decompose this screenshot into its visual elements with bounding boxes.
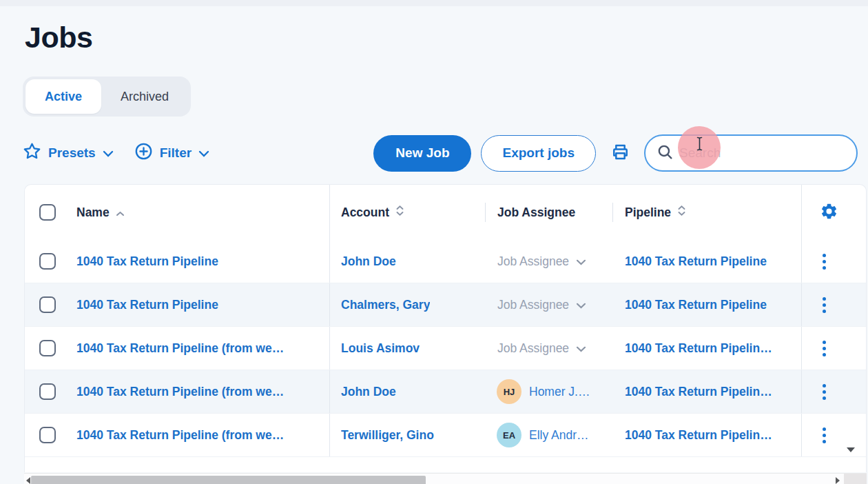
export-jobs-button[interactable]: Export jobs [481, 135, 596, 172]
table-row: 1040 Tax Return Pipeline John Doe Job As… [25, 240, 866, 283]
sort-both-icon [677, 205, 686, 220]
row-menu-button[interactable] [820, 338, 829, 359]
column-header-name[interactable]: Name [76, 205, 125, 220]
scrollbar-corner [844, 474, 867, 484]
assignee-dropdown[interactable]: Job Assignee [497, 254, 586, 269]
presets-button[interactable]: Presets [23, 142, 114, 164]
pipeline-link[interactable]: 1040 Tax Return Pipelin… [625, 341, 772, 356]
job-name-link[interactable]: 1040 Tax Return Pipeline [76, 298, 218, 312]
job-name-link[interactable]: 1040 Tax Return Pipeline (from we… [76, 341, 284, 356]
print-button[interactable] [611, 143, 630, 163]
account-link[interactable]: Chalmers, Gary [341, 298, 430, 312]
assignee-dropdown[interactable]: Job Assignee [497, 298, 586, 312]
star-icon [23, 142, 41, 164]
assignee-dropdown[interactable]: Job Assignee [497, 341, 586, 356]
scroll-down-button[interactable] [847, 447, 855, 452]
account-link[interactable]: John Doe [341, 385, 396, 399]
tab-archived[interactable]: Archived [101, 79, 188, 114]
window-top-strip [0, 0, 868, 6]
job-name-link[interactable]: 1040 Tax Return Pipeline [76, 254, 218, 269]
table-row: 1040 Tax Return Pipeline (from we… John … [25, 370, 866, 414]
table-row: 1040 Tax Return Pipeline (from we… Louis… [25, 327, 866, 370]
column-header-pipeline[interactable]: Pipeline [625, 205, 686, 220]
avatar: HJ [497, 379, 521, 404]
horizontal-scrollbar[interactable] [24, 473, 867, 484]
pipeline-link[interactable]: 1040 Tax Return Pipeline [625, 254, 767, 269]
row-checkbox[interactable] [39, 340, 56, 356]
row-checkbox[interactable] [39, 427, 56, 443]
plus-circle-icon [134, 142, 153, 164]
pipeline-link[interactable]: 1040 Tax Return Pipeline [625, 298, 767, 312]
scrollbar-thumb[interactable] [31, 476, 426, 484]
printer-icon [611, 143, 630, 163]
chevron-down-icon [576, 254, 586, 269]
column-header-account[interactable]: Account [341, 205, 404, 220]
job-name-link[interactable]: 1040 Tax Return Pipeline (from we… [76, 385, 284, 399]
new-job-button[interactable]: New Job [373, 135, 471, 172]
account-link[interactable]: Terwilliger, Gino [341, 428, 434, 443]
chevron-down-icon [103, 145, 114, 161]
sort-both-icon [395, 205, 404, 220]
column-header-job-assignee: Job Assignee [497, 205, 575, 220]
search-input[interactable] [679, 145, 848, 161]
table-header-row: Name Account Job Assignee Pipeline [25, 185, 866, 240]
table-row: 1040 Tax Return Pipeline (from we… Terwi… [25, 414, 866, 457]
sort-ascending-icon [116, 205, 125, 220]
table-settings-button[interactable] [820, 202, 838, 223]
scroll-left-button[interactable] [26, 477, 30, 484]
toolbar: Presets Filter New Job Export jobs [23, 134, 858, 172]
pipeline-link[interactable]: 1040 Tax Return Pipelin… [625, 385, 772, 399]
filter-button[interactable]: Filter [134, 142, 209, 164]
scroll-right-button[interactable] [836, 477, 840, 484]
gear-icon [820, 202, 838, 223]
tab-group: Active Archived [23, 77, 191, 117]
row-checkbox[interactable] [39, 296, 56, 313]
assignee-link[interactable]: Elly Andr… [529, 428, 589, 443]
chevron-down-icon [576, 298, 586, 312]
row-menu-button[interactable] [820, 381, 829, 403]
search-box [644, 134, 858, 172]
row-checkbox[interactable] [39, 383, 56, 400]
job-name-link[interactable]: 1040 Tax Return Pipeline (from we… [76, 428, 284, 443]
row-menu-button[interactable] [820, 251, 829, 272]
tab-active[interactable]: Active [25, 79, 101, 114]
account-link[interactable]: Louis Asimov [341, 341, 420, 356]
pipeline-link[interactable]: 1040 Tax Return Pipelin… [625, 428, 772, 443]
chevron-down-icon [198, 145, 209, 161]
assignee-link[interactable]: Homer J.… [529, 385, 590, 399]
table-row: 1040 Tax Return Pipeline Chalmers, Gary … [25, 283, 866, 327]
row-menu-button[interactable] [820, 294, 829, 316]
chevron-down-icon [576, 341, 586, 356]
account-link[interactable]: John Doe [341, 254, 396, 269]
page-title: Jobs [25, 21, 92, 54]
avatar: EA [497, 423, 521, 447]
search-icon [657, 143, 674, 163]
select-all-checkbox[interactable] [39, 204, 56, 221]
jobs-table: Name Account Job Assignee Pipeline 1040 … [24, 184, 867, 472]
row-checkbox[interactable] [39, 253, 56, 270]
row-menu-button[interactable] [820, 425, 829, 446]
